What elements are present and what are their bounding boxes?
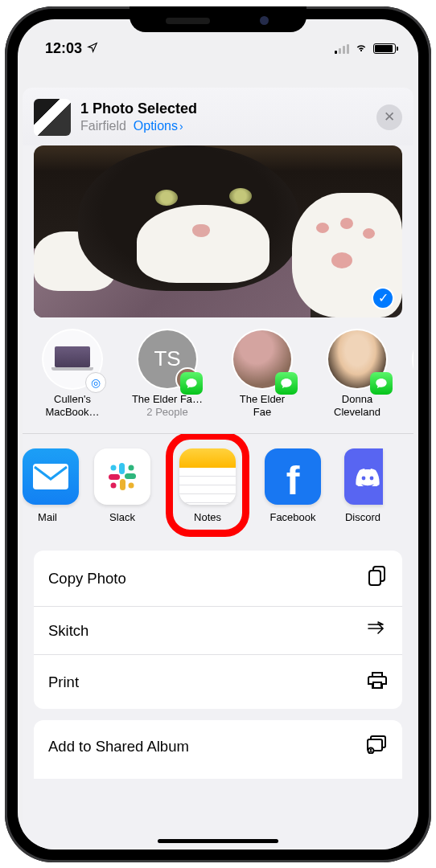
action-skitch[interactable]: Skitch <box>34 607 402 655</box>
action-add-shared-album[interactable]: Add to Shared Album <box>34 720 402 779</box>
x-icon: ✕ <box>384 108 395 125</box>
messages-icon <box>180 372 203 395</box>
shared-album-icon <box>365 735 388 758</box>
header-title: 1 Photo Selected <box>80 100 367 117</box>
battery-icon <box>373 43 396 54</box>
location-icon <box>87 40 98 57</box>
action-copy-photo[interactable]: Copy Photo <box>34 551 402 607</box>
action-label: Print <box>48 674 79 691</box>
svg-point-17 <box>370 749 372 751</box>
airdrop-icon: ◎ <box>85 372 106 393</box>
app-label: Facebook <box>257 511 328 523</box>
avatar: TS <box>138 330 196 388</box>
share-sheet-header: 1 Photo Selected Fairfield Options› ✕ <box>23 88 413 145</box>
selected-check-icon: ✓ <box>372 287 394 309</box>
home-indicator[interactable] <box>158 839 278 843</box>
svg-rect-13 <box>373 682 381 688</box>
action-print[interactable]: Print <box>34 655 402 709</box>
selected-photo-thumbnail[interactable] <box>34 99 71 136</box>
phone-frame: 12:03 1 Photo Selected Fairfield <box>5 6 431 862</box>
svg-point-9 <box>362 477 366 481</box>
app-slack[interactable]: Slack <box>87 448 158 523</box>
location-text: Fairfield <box>80 119 126 133</box>
svg-rect-0 <box>33 464 68 489</box>
svg-point-7 <box>129 483 134 489</box>
photo-preview[interactable]: ✓ <box>34 145 402 317</box>
contact-item-group[interactable]: TS The Elder Fa… 2 People <box>129 330 206 420</box>
cellular-icon <box>335 44 349 54</box>
contact-label: The Elder Fa… <box>129 393 206 406</box>
app-label: Discord <box>343 511 383 523</box>
contact-label: The Elder <box>224 393 301 406</box>
share-sheet: 1 Photo Selected Fairfield Options› ✕ <box>23 88 413 850</box>
svg-rect-2 <box>125 473 136 479</box>
notes-icon <box>179 448 236 505</box>
actions-list: Copy Photo Skitch Print <box>34 551 402 709</box>
close-button[interactable]: ✕ <box>376 104 402 130</box>
app-label: Mail <box>23 511 72 523</box>
app-label: Slack <box>87 511 158 523</box>
avatar <box>328 330 386 388</box>
screen: 12:03 1 Photo Selected Fairfield <box>18 19 418 850</box>
contact-item[interactable]: Donna Cleveland <box>319 330 396 420</box>
svg-point-10 <box>370 477 374 481</box>
avatar: ◎ <box>43 330 101 388</box>
app-facebook[interactable]: f Facebook <box>257 448 328 523</box>
action-label: Copy Photo <box>48 570 126 588</box>
app-notes[interactable]: Notes <box>172 448 243 523</box>
svg-point-6 <box>129 465 134 471</box>
app-mail[interactable]: Mail <box>23 448 72 523</box>
contacts-row[interactable]: ◎ Cullen's MacBook… TS The Elder Fa… 2 P… <box>23 317 413 434</box>
discord-icon <box>344 448 383 505</box>
avatar <box>233 330 291 388</box>
svg-point-5 <box>111 465 117 471</box>
svg-rect-1 <box>119 463 125 474</box>
apps-row[interactable]: Mail <box>23 433 413 539</box>
chevron-right-icon: › <box>179 120 183 133</box>
action-label: Add to Shared Album <box>48 738 189 755</box>
app-label: Notes <box>172 511 243 523</box>
skitch-icon <box>367 621 388 640</box>
status-time: 12:03 <box>45 40 82 57</box>
contact-label: Cullen's <box>34 393 111 406</box>
app-discord[interactable]: Discord <box>343 448 383 523</box>
contact-item-airdrop[interactable]: ◎ Cullen's MacBook… <box>34 330 111 420</box>
slack-icon <box>94 448 150 505</box>
svg-rect-12 <box>369 571 380 585</box>
options-button[interactable]: Options› <box>134 119 183 133</box>
svg-point-8 <box>111 483 117 489</box>
action-label: Skitch <box>48 622 88 640</box>
header-subtitle: Fairfield Options› <box>80 119 367 133</box>
messages-icon <box>275 372 298 395</box>
device-notch <box>130 6 306 32</box>
svg-rect-3 <box>120 479 125 490</box>
wifi-icon <box>354 39 368 58</box>
actions-list-2: Add to Shared Album <box>34 720 402 779</box>
print-icon <box>367 669 388 694</box>
messages-icon <box>370 372 393 395</box>
contact-label: Donna <box>319 393 396 406</box>
facebook-icon: f <box>265 448 321 505</box>
contact-item[interactable]: The Elder Fae <box>224 330 301 420</box>
copy-icon <box>367 565 388 592</box>
mail-icon <box>23 448 79 505</box>
svg-rect-4 <box>109 474 120 480</box>
